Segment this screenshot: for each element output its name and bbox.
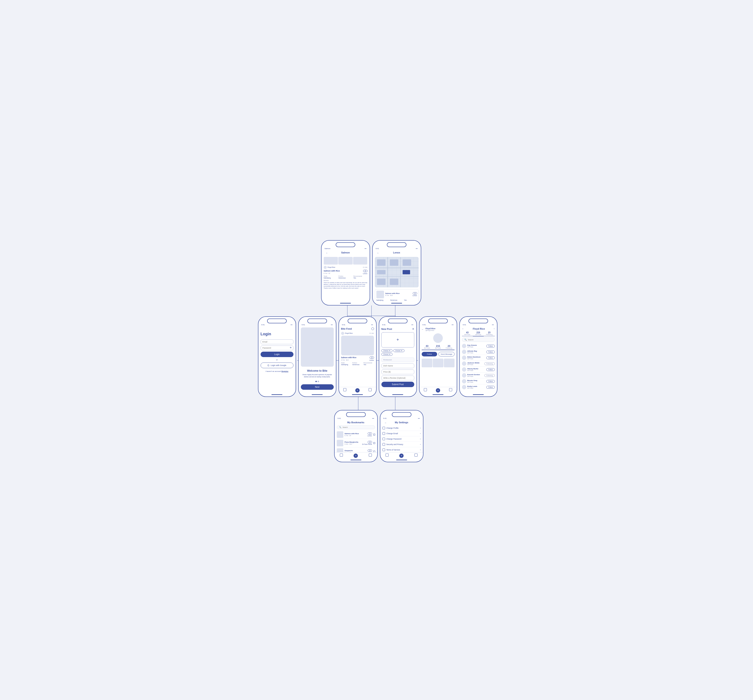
- add-photo-icon[interactable]: +: [397, 337, 399, 342]
- welcome-title: Welcome to Bite: [301, 369, 334, 372]
- time: 9:41: [463, 324, 466, 326]
- add-nav-icon[interactable]: +: [355, 388, 359, 392]
- count23-label: Following: [444, 347, 454, 349]
- share-icon[interactable]: ↑: [494, 328, 495, 330]
- follow-btn-1[interactable]: Follow: [486, 350, 495, 353]
- status-bar: 9:41 ▪▪▪: [299, 323, 336, 326]
- close-icon[interactable]: ✕: [412, 328, 414, 331]
- follow-button[interactable]: Follow: [422, 352, 437, 356]
- phone-bookmarks: 9:41 ▪▪▪ My Bookmarks 🔍 Salmon with Rice…: [334, 410, 378, 462]
- bookmark-icon-1[interactable]: [373, 442, 375, 444]
- phone-new-post: 9:41 ▪▪▪ New Post ✕ + Cheese ▼ Choose ▼: [379, 316, 417, 397]
- bookmark-icon-2[interactable]: [373, 451, 375, 452]
- settings-row-1[interactable]: Change Email ›: [383, 431, 421, 436]
- tab-followers-count[interactable]: 23: [484, 331, 495, 334]
- follow-btn-2[interactable]: Follow: [486, 356, 495, 359]
- follow-btn-5[interactable]: Following: [484, 374, 495, 377]
- search-icon: 🔍: [464, 339, 467, 341]
- status-bar: 9:41 ▪▪▪: [379, 323, 416, 326]
- svg-rect-12: [377, 278, 385, 285]
- dish-name-input[interactable]: [381, 363, 414, 368]
- tab-posts-count[interactable]: 43: [462, 331, 473, 334]
- bookmark-icon-0[interactable]: [373, 434, 375, 436]
- bookmark-list: Salmon with Rice 18 0.7mi · $7 Lenox: [337, 430, 375, 452]
- time: 9:41: [261, 324, 265, 326]
- choose-tag-2[interactable]: Choose ▼: [381, 353, 392, 356]
- settings-row-0[interactable]: Change Profile ›: [383, 425, 421, 431]
- follow-btn-0[interactable]: Follow: [486, 345, 495, 347]
- user-sub-1: All Posts: [467, 352, 477, 353]
- user-name-2: Debra Davidson: [467, 356, 481, 358]
- home-nav-icon[interactable]: [343, 388, 346, 391]
- price-input[interactable]: [381, 369, 414, 374]
- timestamp: 11 min: [363, 267, 367, 268]
- add-nav-icon[interactable]: +: [353, 453, 358, 458]
- user-sub-3: All Posts: [467, 364, 480, 366]
- add-nav-icon[interactable]: +: [436, 388, 440, 392]
- bottom-bar: [258, 393, 295, 397]
- register-link[interactable]: Register: [281, 370, 289, 372]
- lenox-map-content: ← Lenox: [373, 250, 421, 302]
- cheese-tag[interactable]: Cheese ▼: [381, 349, 392, 352]
- choose-tag-1[interactable]: Choose ▼: [394, 349, 405, 352]
- settings-label-2: Change Password: [386, 438, 401, 440]
- count23: 23: [444, 345, 454, 347]
- signal: ▪▪▪: [291, 324, 292, 326]
- notch: [387, 242, 406, 247]
- follow-btn-7[interactable]: Follow: [486, 386, 495, 389]
- search-icon[interactable]: [371, 328, 374, 330]
- search-input[interactable]: [468, 339, 492, 341]
- user-name-0: Kay Graves: [467, 344, 477, 346]
- follow-btn-6[interactable]: Follow: [486, 380, 495, 383]
- phone-bite-feed: 9:41 ▪▪▪ Bite Feed Floyd Rice 11 min: [339, 316, 376, 397]
- add-nav-icon[interactable]: +: [399, 453, 404, 458]
- settings-row-4[interactable]: Terms of Service ›: [383, 447, 421, 452]
- back-button[interactable]: ←: [377, 252, 379, 254]
- next-button[interactable]: Next: [301, 384, 334, 390]
- settings-row-3[interactable]: Security and Privacy ›: [383, 442, 421, 447]
- phone-lenox-map: 9:41 ▪▪▪ ← Lenox: [372, 240, 421, 305]
- user-row-3: Jackson Webb All Posts Following: [462, 361, 495, 367]
- dot-1: [318, 381, 319, 382]
- home-nav-icon[interactable]: [424, 388, 427, 391]
- tab-following-count[interactable]: 215: [473, 331, 484, 334]
- user-name-6: Bessie Gray: [467, 380, 477, 381]
- bookmark-search-input[interactable]: [343, 426, 373, 428]
- register-prompt: I haven't an account Register: [261, 370, 294, 372]
- status-bar: 9:41 ▪▪▪: [420, 323, 457, 326]
- google-login-button[interactable]: G Login with Google: [261, 362, 294, 368]
- review-input[interactable]: [381, 376, 414, 380]
- google-btn-label: Login with Google: [270, 364, 286, 366]
- back-button[interactable]: ←: [385, 422, 387, 424]
- message-button[interactable]: Send Message: [439, 352, 454, 356]
- time: 9:41: [383, 417, 387, 419]
- password-input[interactable]: [261, 345, 294, 350]
- back-button[interactable]: ←: [326, 252, 328, 254]
- submit-post-button[interactable]: Submit Post: [381, 382, 414, 387]
- new-post-content: New Post ✕ + Cheese ▼ Choose ▼ Choose ▼: [379, 326, 416, 393]
- email-input[interactable]: [261, 339, 294, 344]
- home-nav-icon[interactable]: [340, 453, 343, 456]
- or-divider: or: [261, 359, 294, 361]
- bottom-bar: [334, 458, 377, 462]
- home-indicator: [272, 394, 282, 395]
- bookmark-nav-icon[interactable]: [369, 453, 372, 456]
- settings-nav-icon[interactable]: [414, 453, 417, 456]
- notch: [336, 242, 355, 247]
- bookmark-item-0: Salmon with Rice 18 0.7mi · $7 Lenox: [337, 430, 375, 439]
- home-nav-icon[interactable]: [386, 453, 389, 456]
- settings-row-2[interactable]: Change Password ›: [383, 436, 421, 442]
- chevron-2: ›: [420, 438, 421, 440]
- follow-btn-3[interactable]: Following: [484, 362, 495, 365]
- login-button[interactable]: Login: [261, 352, 294, 357]
- screen-title: Salmon: [341, 251, 350, 254]
- home-indicator: [350, 459, 361, 460]
- back-button[interactable]: ←: [462, 328, 464, 330]
- bookmark-nav-icon[interactable]: [369, 388, 372, 391]
- profile-nav-icon[interactable]: [449, 388, 452, 391]
- eye-icon[interactable]: 👁: [290, 347, 292, 349]
- bookmarks-content: My Bookmarks 🔍 Salmon with Rice 18: [334, 420, 377, 452]
- portion-label: Portion: [339, 275, 352, 277]
- follow-btn-4[interactable]: Follow: [486, 368, 495, 371]
- back-button[interactable]: ←: [422, 328, 424, 331]
